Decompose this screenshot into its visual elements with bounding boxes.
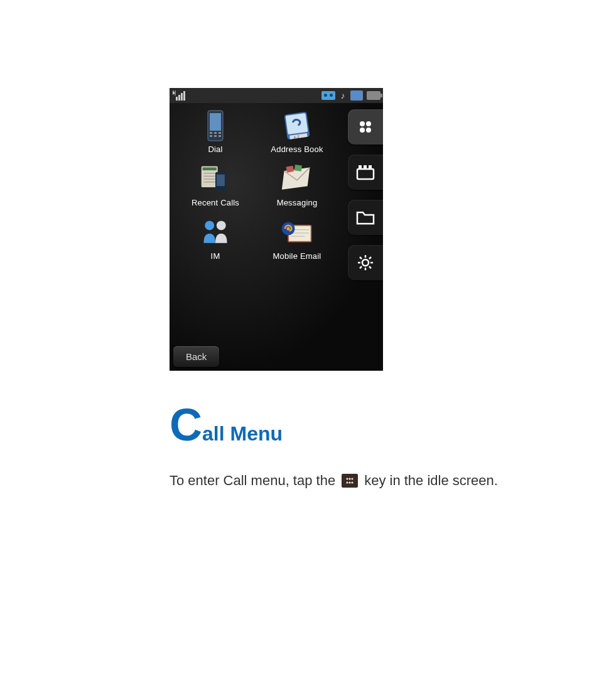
dial-icon <box>199 109 232 142</box>
svg-line-48 <box>369 266 371 268</box>
app-grid: Dial A-Z Address Book <box>175 109 338 261</box>
app-label: Recent Calls <box>192 198 239 207</box>
app-recent-calls[interactable]: Recent Calls <box>175 163 256 207</box>
back-button[interactable]: Back <box>173 346 219 367</box>
svg-rect-25 <box>294 165 302 172</box>
status-bar: ♪ <box>170 88 383 103</box>
body-text-after: key in the idle screen. <box>364 473 498 489</box>
svg-point-51 <box>347 478 348 479</box>
svg-point-54 <box>347 481 348 483</box>
address-book-icon: A-Z <box>281 109 313 142</box>
svg-rect-38 <box>357 169 374 179</box>
app-im[interactable]: IM <box>175 216 256 261</box>
svg-rect-10 <box>214 135 217 137</box>
im-icon <box>199 216 232 249</box>
battery-icon <box>367 91 380 100</box>
svg-point-35 <box>366 121 371 126</box>
svg-point-56 <box>352 481 353 483</box>
body-paragraph: To enter Call menu, tap the key in the i… <box>170 473 561 489</box>
heading-dropcap: C <box>170 400 202 450</box>
app-address-book[interactable]: A-Z Address Book <box>256 109 338 154</box>
svg-line-47 <box>360 257 362 259</box>
app-dial[interactable]: Dial <box>175 109 256 154</box>
app-label: IM <box>211 251 220 261</box>
svg-point-36 <box>360 128 365 133</box>
svg-rect-5 <box>210 113 221 131</box>
voicemail-icon <box>321 91 335 100</box>
svg-rect-6 <box>210 132 212 134</box>
network-icon <box>350 90 363 101</box>
menu-key-icon <box>342 474 358 488</box>
svg-point-34 <box>360 121 365 126</box>
body-text-before: To enter Call menu, tap the <box>170 473 335 489</box>
svg-rect-8 <box>219 132 221 134</box>
side-tab-communication[interactable] <box>348 109 383 145</box>
app-label: Messaging <box>277 198 318 207</box>
svg-point-26 <box>205 221 214 230</box>
svg-text:A-Z: A-Z <box>293 135 300 139</box>
recent-calls-icon <box>199 163 232 195</box>
svg-rect-1 <box>178 95 180 101</box>
app-label: Mobile Email <box>273 251 321 261</box>
svg-rect-39 <box>359 165 362 169</box>
svg-rect-0 <box>176 97 178 101</box>
svg-rect-41 <box>369 165 372 169</box>
signal-icon <box>172 90 187 101</box>
svg-rect-13 <box>286 113 308 134</box>
svg-point-53 <box>352 478 353 479</box>
svg-point-42 <box>362 260 369 266</box>
side-tab-media[interactable] <box>348 155 383 190</box>
svg-point-55 <box>349 481 351 483</box>
side-tab-files[interactable] <box>348 200 383 235</box>
svg-rect-9 <box>210 135 212 137</box>
svg-point-37 <box>366 128 371 133</box>
svg-line-50 <box>360 266 362 268</box>
side-tab-settings[interactable] <box>348 245 383 280</box>
phone-screenshot: ♪ Dial <box>170 88 383 371</box>
svg-rect-2 <box>181 93 183 101</box>
music-icon: ♪ <box>339 90 347 101</box>
svg-point-27 <box>217 221 226 230</box>
section-heading: Call Menu <box>170 402 561 447</box>
svg-rect-17 <box>203 167 217 170</box>
back-label: Back <box>186 351 207 362</box>
app-messaging[interactable]: Messaging <box>256 163 338 207</box>
app-mobile-email[interactable]: Mobile Email <box>256 216 338 261</box>
messaging-icon <box>281 163 313 195</box>
mobile-email-icon <box>281 216 313 249</box>
svg-rect-40 <box>364 165 367 169</box>
svg-rect-23 <box>217 175 225 187</box>
svg-rect-24 <box>286 166 294 173</box>
svg-line-49 <box>369 257 371 259</box>
heading-rest: all Menu <box>202 422 283 445</box>
app-label: Address Book <box>271 145 323 154</box>
svg-rect-3 <box>183 91 185 101</box>
svg-rect-11 <box>219 135 221 137</box>
svg-point-52 <box>349 478 351 479</box>
svg-point-33 <box>287 227 290 230</box>
app-label: Dial <box>208 145 222 154</box>
svg-rect-7 <box>214 132 217 134</box>
side-tab-bar <box>348 109 383 280</box>
